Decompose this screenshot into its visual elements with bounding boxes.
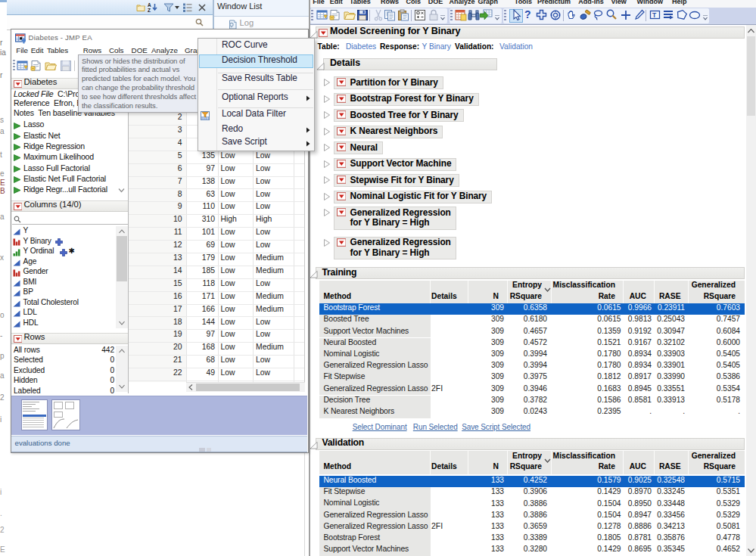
svg-text:Z: Z bbox=[148, 8, 151, 13]
svg-text:A: A bbox=[148, 2, 151, 8]
svg-text:T: T bbox=[652, 11, 657, 19]
